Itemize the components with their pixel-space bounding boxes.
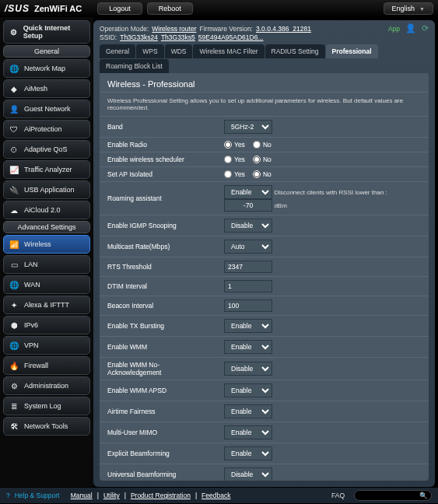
tab-mac-filter[interactable]: Wireless MAC Filter [193,44,264,58]
sidebar-item-aimesh[interactable]: ◆AiMesh [3,79,90,98]
reboot-button[interactable]: Reboot [147,2,193,15]
tab-roaming-block[interactable]: Roaming Block List [100,59,169,73]
dtim-interval-input[interactable] [224,280,272,292]
language-select[interactable]: English ▼ [384,2,433,15]
tx-bursting-label: Enable TX Bursting [100,316,216,337]
sidebar-item-usb-application[interactable]: 🔌USB Application [3,180,90,199]
footer-link-product-registration[interactable]: Product Registration [131,492,191,499]
enable-radio-label: Enable Radio [100,138,216,152]
sidebar-item-vpn[interactable]: 🌐VPN [3,336,90,355]
sidebar-item-label: System Log [24,402,61,410]
fw-label: Firmware Version: [199,25,253,33]
enable-scheduler-no[interactable] [253,156,261,163]
universal-bf-select[interactable]: Disable [224,467,272,481]
faq-search-input[interactable]: 🔍 [354,490,432,501]
sidebar-item-ipv6[interactable]: ⬢IPv6 [3,316,90,334]
footer-link-utility[interactable]: Utility [103,492,120,499]
model-name: ZenWiFi AC [34,4,82,13]
status-icon-2: ⟳ [422,23,429,33]
sidebar-item-system-log[interactable]: ≣System Log [3,397,90,415]
guest-icon: 👤 [9,103,19,114]
status-icon-1: 👤 [405,23,416,33]
help-support-link[interactable]: Help & Support [15,492,60,499]
tab-wps[interactable]: WPS [136,44,163,58]
roaming-rssi-unit: dBm [274,202,286,209]
mu-mimo-select[interactable]: Enable [224,425,272,439]
ipv6-icon: ⬢ [9,320,19,331]
enable-scheduler-label: Enable wireless scheduler [100,152,216,167]
sidebar-item-network-map[interactable]: 🌐Network Map [3,59,90,78]
wifi-icon: 📶 [9,239,19,250]
vpn-icon: 🌐 [9,340,19,351]
airtime-fairness-select[interactable]: Enable [224,404,272,418]
app-link[interactable]: App [388,25,400,33]
band-select[interactable]: 5GHz-2 [224,120,272,134]
language-label: English [392,5,415,12]
wmm-noack-select[interactable]: Disable [224,362,272,376]
panel-description: Wireless Professional Setting allows you… [100,93,429,116]
multicast-rate-select[interactable]: Auto [224,240,272,254]
wmm-apsd-select[interactable]: Enable [224,383,272,397]
enable-radio-no[interactable] [253,141,261,149]
sidebar-item-label: Firewall [24,362,48,369]
ap-isolated-no[interactable] [253,170,261,178]
beacon-interval-input[interactable] [224,299,272,312]
logout-button[interactable]: Logout [97,2,142,15]
opmode-value[interactable]: Wireless router [152,25,196,33]
sidebar-item-label: VPN [24,341,39,349]
sidebar-item-label: USB Application [24,186,75,194]
sidebar-item-administration[interactable]: ⚙Administration [3,376,90,395]
sidebar-item-label: Administration [24,382,68,390]
chart-icon: 📈 [9,164,19,175]
enable-radio-yes[interactable] [224,141,232,149]
sidebar-item-wireless[interactable]: 📶Wireless [3,235,90,254]
sidebar-item-label: IPv6 [24,321,38,329]
sidebar-item-label: Network Tools [24,422,68,430]
sidebar-item-aicloud[interactable]: ☁AiCloud 2.0 [3,201,90,219]
roaming-rssi-input[interactable] [224,199,272,212]
roaming-assistant-select[interactable]: Enable [224,185,272,199]
sidebar-item-traffic-analyzer[interactable]: 📈Traffic Analyzer [3,160,90,179]
mac-address[interactable]: 59E494A95AD61D6... [198,33,264,41]
firewall-icon: 🔥 [9,360,19,371]
search-icon: 🔍 [419,492,428,499]
ssid-2[interactable]: Th3G33ks5 [161,33,195,41]
ap-isolated-yes[interactable] [224,170,232,178]
tab-wds[interactable]: WDS [165,44,193,58]
log-icon: ≣ [9,401,19,411]
explicit-bf-select[interactable]: Enable [224,446,272,460]
sidebar-item-alexa-ifttt[interactable]: ✦Alexa & IFTTT [3,296,90,314]
sidebar-item-wan[interactable]: 🌐WAN [3,275,90,294]
sidebar-item-lan[interactable]: ▭LAN [3,255,90,274]
footer-link-manual[interactable]: Manual [71,492,93,499]
tab-professional[interactable]: Professional [326,44,378,58]
quick-internet-setup-button[interactable]: ⚙ Quick Internet Setup [3,20,90,44]
usb-icon: 🔌 [9,184,19,195]
tx-bursting-select[interactable]: Enable [224,319,272,333]
cloud-icon: ☁ [9,205,19,215]
ap-isolated-label: Set AP Isolated [100,167,216,182]
sidebar-item-label: Adaptive QoS [24,145,68,153]
fw-value[interactable]: 3.0.0.4.386_21281 [256,25,311,33]
wmm-select[interactable]: Enable [224,340,272,354]
rts-threshold-input[interactable] [224,261,272,273]
settings-table: Band 5GHz-2 Enable Radio Yes No Enable w… [100,116,429,481]
sidebar-item-label: Network Map [24,65,65,72]
gauge-icon: ⏲ [9,144,19,155]
ssid-1[interactable]: Th3G33ks24 [120,33,158,41]
airtime-fairness-label: Airtime Fairness [100,401,216,422]
sidebar-item-guest-network[interactable]: 👤Guest Network [3,100,90,118]
dtim-interval-label: DTIM Interval [100,277,216,296]
footer-link-feedback[interactable]: Feedback [201,492,230,499]
enable-scheduler-yes[interactable] [224,156,232,163]
tab-radius[interactable]: RADIUS Setting [265,44,325,58]
content-panel: Operation Mode: Wireless router Firmware… [93,20,435,487]
sidebar-item-firewall[interactable]: 🔥Firewall [3,356,90,375]
sidebar-item-adaptive-qos[interactable]: ⏲Adaptive QoS [3,140,90,159]
tabs: General WPS WDS Wireless MAC Filter RADI… [100,44,429,73]
igmp-select[interactable]: Disable [224,219,272,233]
tab-general[interactable]: General [100,44,135,58]
sidebar-item-aiprotection[interactable]: 🛡AiProtection [3,120,90,138]
faq-label: FAQ [331,492,345,499]
sidebar-item-network-tools[interactable]: 🛠Network Tools [3,417,90,436]
